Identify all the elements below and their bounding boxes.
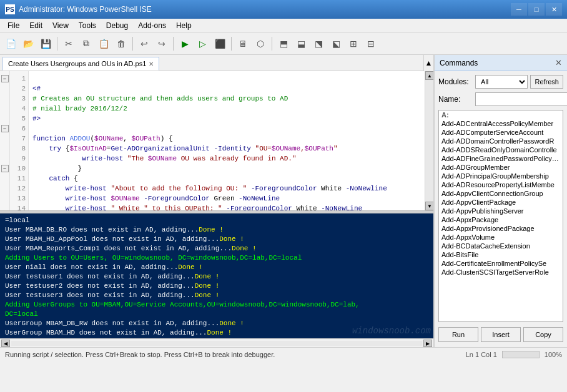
expand-button[interactable]: ⊟ <box>363 36 379 52</box>
zoom-level: 100% <box>545 351 562 358</box>
tab-script[interactable]: Create Users Usergroups and OUs in AD.ps… <box>2 57 159 71</box>
new-button[interactable]: 📄 <box>2 36 19 52</box>
clear-button[interactable]: 🗑 <box>113 36 129 52</box>
name-label: Name: <box>438 95 473 104</box>
list-item[interactable]: Add-CertificateEnrollmentPolicySe <box>439 259 563 268</box>
stop-button[interactable]: ⬛ <box>212 36 228 52</box>
undo-button[interactable]: ↩ <box>136 36 152 52</box>
cut-button[interactable]: ✂ <box>61 36 77 52</box>
progress-bar <box>502 351 540 358</box>
open-button[interactable]: 📂 <box>20 36 36 52</box>
editor-area: Create Users Usergroups and OUs in AD.ps… <box>0 55 434 347</box>
menu-edit[interactable]: Edit <box>24 20 47 31</box>
list-item[interactable]: Add-ADResourcePropertyListMembe <box>439 180 563 189</box>
list-item[interactable]: Add-AppvClientPackage <box>439 198 563 207</box>
console-line: User testuser1 does not exist in AD, add… <box>5 272 428 282</box>
list-item[interactable]: Add-ADComputerServiceAccount <box>439 128 563 137</box>
console-line-green: Adding Users to OU=Users, OU=windowsnoob… <box>5 253 428 263</box>
list-item[interactable]: Add-AppxVolume <box>439 233 563 242</box>
redo-button[interactable]: ↪ <box>154 36 170 52</box>
list-item[interactable]: Add-AppvPublishingServer <box>439 207 563 215</box>
pane-toggle-5[interactable]: ⊞ <box>345 36 362 52</box>
watermark: windowsnoob.com <box>352 326 431 336</box>
menu-help[interactable]: Help <box>171 20 197 31</box>
commands-title: Commands <box>440 59 478 67</box>
horizontal-scrollbar[interactable]: ◀ ▶ <box>0 338 433 347</box>
paste-button[interactable]: 📋 <box>96 36 112 52</box>
pane-toggle-2[interactable]: ⬓ <box>293 36 309 52</box>
console-line: User testuser3 does not exist in AD, add… <box>5 291 428 300</box>
toolbar-sep-1 <box>57 37 57 51</box>
run-cmd-button[interactable]: Run <box>438 327 478 342</box>
name-input[interactable] <box>475 92 567 106</box>
tab-bar: Create Users Usergroups and OUs in AD.ps… <box>0 55 433 71</box>
list-item[interactable]: A: <box>439 110 563 119</box>
console-pane[interactable]: =local User MBAM_DB_RO does not exist in… <box>0 213 433 338</box>
list-item[interactable]: Add-BitsFile <box>439 250 563 259</box>
console-line-green2: DC=local <box>5 310 428 319</box>
commands-close-button[interactable]: ✕ <box>555 58 562 67</box>
menu-addons[interactable]: Add-ons <box>133 20 171 31</box>
pane-toggle-4[interactable]: ⬕ <box>328 36 344 52</box>
modules-label: Modules: <box>438 77 473 86</box>
code-editor[interactable]: <# # Creates an OU structure and then ad… <box>29 71 425 210</box>
collapse-btn-6[interactable]: − <box>1 125 9 132</box>
list-item[interactable]: Add-AppxPackage <box>439 215 563 224</box>
run-selection-button[interactable]: ▷ <box>194 36 210 52</box>
status-text: Running script / selection. Press Ctrl+B… <box>5 351 461 358</box>
scrollbar-down-icon[interactable]: ▼ <box>425 202 433 210</box>
list-item[interactable]: Add-ClusteriSCSITargetServerRole <box>439 268 563 277</box>
list-item[interactable]: Add-ADFineGrainedPasswordPolicySu <box>439 154 563 163</box>
toolbar: 📄 📂 💾 ✂ ⧉ 📋 🗑 ↩ ↪ ▶ ▷ ⬛ 🖥 ⬡ ⬒ ⬓ ⬔ ⬕ ⊞ ⊟ <box>0 32 567 55</box>
pane-toggle-3[interactable]: ⬔ <box>310 36 327 52</box>
console-line: User niall does not exist in AD, adding.… <box>5 263 428 272</box>
list-item[interactable]: Add-AppxProvisionedPackage <box>439 224 563 233</box>
list-item[interactable]: Add-ADCentralAccessPolicyMember <box>439 119 563 128</box>
copy-cmd-button[interactable]: Copy <box>523 327 563 342</box>
save-button[interactable]: 💾 <box>37 36 54 52</box>
modules-select[interactable]: All <box>475 75 528 89</box>
list-item[interactable]: Add-ADDSReadOnlyDomainControlle <box>439 145 563 154</box>
list-item[interactable]: Add-BCDataCacheExtension <box>439 242 563 250</box>
menu-file[interactable]: File <box>2 20 24 31</box>
collapse-btn-10[interactable]: − <box>1 165 9 172</box>
command-list[interactable]: A: Add-ADCentralAccessPolicyMember Add-A… <box>438 110 563 322</box>
list-item[interactable]: Add-ADGroupMember <box>439 163 563 172</box>
remote2-button[interactable]: ⬡ <box>252 36 269 52</box>
modules-row: Modules: All Refresh <box>438 75 563 89</box>
tab-close-icon[interactable]: ✕ <box>149 61 154 67</box>
minimize-button[interactable]: ─ <box>511 3 527 16</box>
close-window-button[interactable]: ✕ <box>546 3 562 16</box>
title-text: Administrator: Windows PowerShell ISE <box>19 5 511 14</box>
name-row: Name: <box>438 92 563 106</box>
commands-body: Modules: All Refresh Name: A: Add-ADCent… <box>435 71 567 347</box>
console-line: User MBAM_DB_RO does not exist in AD, ad… <box>5 225 428 235</box>
refresh-button[interactable]: Refresh <box>530 75 563 89</box>
console-line: User MBAM_HD_AppPool does not exist in A… <box>5 235 428 244</box>
list-item[interactable]: Add-AppvClientConnectionGroup <box>439 189 563 198</box>
scrollbar-up-icon[interactable]: ▲ <box>425 71 433 80</box>
list-item[interactable]: Add-ADDomainControllerPasswordR <box>439 137 563 145</box>
console-line: =local <box>5 216 428 225</box>
remote-button[interactable]: 🖥 <box>235 36 251 52</box>
commands-panel: Commands ✕ Modules: All Refresh Name: A: <box>434 55 567 347</box>
menu-debug[interactable]: Debug <box>101 20 133 31</box>
maximize-button[interactable]: □ <box>528 3 545 16</box>
menu-tools[interactable]: Tools <box>74 20 101 31</box>
scroll-left-icon[interactable]: ◀ <box>1 340 10 347</box>
toolbar-sep-2 <box>132 37 133 51</box>
run-button[interactable]: ▶ <box>177 36 193 52</box>
menu-view[interactable]: View <box>47 20 74 31</box>
console-line: UserGroup MBAM_HD_Adv does not exist in … <box>5 338 428 338</box>
pane-toggle-1[interactable]: ⬒ <box>275 36 292 52</box>
insert-cmd-button[interactable]: Insert <box>481 327 521 342</box>
copy-button[interactable]: ⧉ <box>78 36 94 52</box>
tab-scroll-up[interactable]: ▲ <box>423 55 433 71</box>
script-scrollbar[interactable]: ▲ ▼ <box>425 71 433 210</box>
toolbar-sep-4 <box>231 37 232 51</box>
line-numbers: 1 2 3 4 5 6 7 8 9 10 11 12 13 14 15 16 <box>10 71 29 210</box>
list-item[interactable]: Add-ADPrincipalGroupMembership <box>439 172 563 180</box>
collapse-btn-1[interactable]: − <box>1 75 9 82</box>
scroll-right-icon[interactable]: ▶ <box>423 340 432 347</box>
toolbar-sep-5 <box>272 37 272 51</box>
